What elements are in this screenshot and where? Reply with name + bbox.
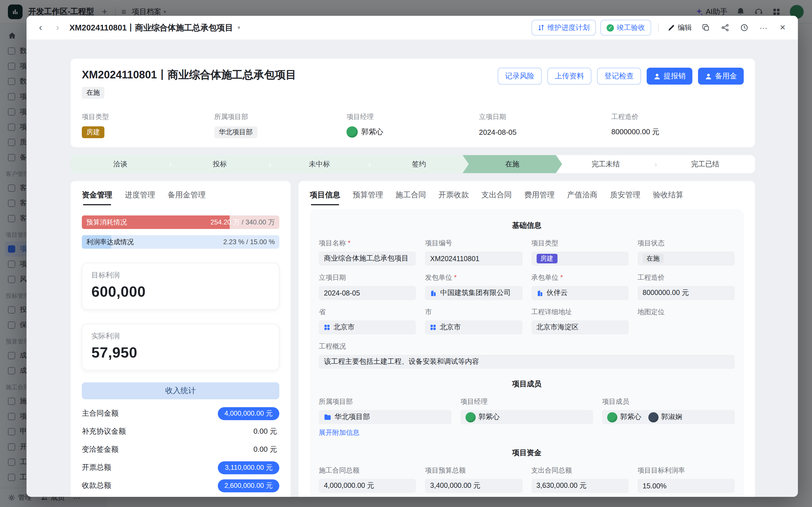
field-project-status: 项目状态 在施 [638, 238, 735, 266]
department-value[interactable]: 华北项目部 [319, 410, 451, 424]
avatar [466, 412, 476, 422]
title-chevron-down-icon[interactable]: ▾ [237, 25, 240, 31]
project-type-tag: 房建 [82, 126, 104, 138]
step-signed[interactable]: 签约 [369, 155, 469, 173]
project-status-tag: 在施 [643, 254, 664, 263]
section-basic-info: 基础信息 [319, 221, 735, 231]
step-bidding[interactable]: 投标 [170, 155, 270, 173]
funds-grid: 施工合同总额 4,000,000.00 元 项目预算总额 3,400,000.0… [319, 466, 735, 497]
avatar [346, 126, 358, 137]
step-negotiation[interactable]: 洽谈 [70, 155, 170, 173]
tab-fee-management[interactable]: 费用管理 [524, 190, 555, 205]
tab-funds-management[interactable]: 资金管理 [82, 190, 112, 205]
project-status-badge: 在施 [82, 87, 104, 99]
step-not-won[interactable]: 未中标 [270, 155, 369, 173]
field-start-date: 立项日期 2024-08-05 [479, 112, 611, 138]
more-icon[interactable]: ··· [756, 20, 771, 35]
row-change-negotiation: 变洽签金额 0.00 元 [82, 441, 279, 458]
province-value[interactable]: 北京市 [319, 320, 416, 334]
modal-header: ‹ › XM2024110801丨商业综合体施工总承包项目 ▾ 维护进度计划 ✓… [26, 16, 798, 40]
construction-contract-total-value[interactable]: 4,000,000.00 元 [319, 479, 416, 493]
income-statistics-button[interactable]: 收入统计 [82, 382, 279, 399]
field-project-type: 项目类型 房建 [82, 112, 214, 138]
field-project-manager: 项目经理 郭紫心 [461, 397, 593, 438]
info-tabs: 项目信息 预算管理 施工合同 开票收款 支出合同 费用管理 产值洽商 质安管理 … [310, 190, 744, 205]
budget-consumption-bar: 预算消耗情况 254.20 万 / 340.00 万 [82, 215, 279, 229]
target-profit-rate-value[interactable]: 15.00% [638, 479, 735, 493]
start-date-value[interactable]: 2024-08-05 [319, 286, 416, 300]
row-invoice-total: 开票总额 3,110,000.00 元 [82, 458, 279, 476]
project-type-tag: 房建 [536, 254, 557, 263]
basic-info-grid: 项目名称 商业综合体施工总承包项目 项目编号 XM2024110801 项目类型… [319, 238, 735, 369]
step-in-construction[interactable]: 在施 [463, 155, 562, 173]
completion-acceptance-button[interactable]: ✓ 竣工验收 [600, 20, 651, 36]
forward-arrow-icon[interactable]: › [51, 21, 64, 34]
building-icon [536, 290, 543, 296]
contractor-unit-value[interactable]: 伙伴云 [531, 286, 629, 300]
row-main-contract: 主合同金额 4,000,000.00 元 [82, 404, 279, 422]
amount-pill: 4,000,000.00 元 [218, 407, 279, 420]
field-expense-contract-total: 支出合同总额 3,630,000.00 元 [531, 466, 629, 493]
city-value[interactable]: 北京市 [425, 320, 523, 334]
project-overview-value[interactable]: 该工程主要包括土建工程、设备安装和调试等内容 [319, 355, 735, 369]
tab-progress-management[interactable]: 进度管理 [125, 190, 155, 205]
region-grid-icon [430, 324, 436, 331]
budget-total-value[interactable]: 3,400,000.00 元 [425, 479, 523, 493]
reserve-fund-button[interactable]: 备用金 [698, 68, 744, 84]
member-chip: 郭淑娴 [648, 412, 682, 422]
tab-reserve-management[interactable]: 备用金管理 [168, 190, 206, 205]
expand-extra-info-link[interactable]: 展开附加信息 [319, 428, 360, 438]
tab-quality-safety[interactable]: 质安管理 [610, 190, 641, 205]
map-location-value[interactable] [638, 320, 735, 334]
project-code-value[interactable]: XM2024110801 [425, 251, 523, 266]
tab-budget[interactable]: 预算管理 [353, 190, 383, 205]
expense-contract-total-value[interactable]: 3,630,000.00 元 [531, 479, 629, 493]
tab-output-negotiation[interactable]: 产值洽商 [567, 190, 598, 205]
history-clock-icon[interactable] [737, 20, 752, 35]
tab-acceptance-settlement[interactable]: 验收结算 [653, 190, 683, 205]
row-receipt-total: 收款总额 2,600,000.00 元 [82, 476, 279, 495]
detailed-address-value[interactable]: 北京市海淀区 [531, 320, 629, 334]
actual-profit-value: 57,950 [92, 344, 270, 361]
tab-construction-contract[interactable]: 施工合同 [395, 190, 426, 205]
project-status-value[interactable]: 在施 [638, 251, 735, 266]
upload-file-button[interactable]: 上传资料 [547, 68, 591, 84]
project-type-value[interactable]: 房建 [531, 251, 629, 266]
copy-icon[interactable] [699, 20, 713, 35]
field-province: 省 北京市 [319, 307, 416, 334]
register-inspection-button[interactable]: 登记检查 [597, 68, 641, 84]
tab-project-info[interactable]: 项目信息 [310, 190, 340, 205]
tab-expense-contract[interactable]: 支出合同 [481, 190, 512, 205]
summary-fields: 项目类型 房建 所属项目部 华北项目部 项目经理 郭紫心 立项日期 2024-0… [82, 112, 744, 138]
amount-pill: 3,110,000.00 元 [218, 461, 279, 474]
profit-rate-bar: 利润率达成情况 2.23 % / 15.00 % [82, 235, 279, 249]
avatar [607, 412, 617, 422]
modal-title: XM2024110801丨商业综合体施工总承包项目 [69, 22, 233, 33]
back-arrow-icon[interactable]: ‹ [35, 21, 47, 34]
project-manager-value[interactable]: 郭紫心 [461, 410, 593, 424]
field-project-members: 项目成员 郭紫心 郭淑娴 [602, 397, 735, 438]
project-cost-value[interactable]: 8000000.00 元 [638, 286, 735, 300]
project-name-value[interactable]: 商业综合体施工总承包项目 [319, 251, 416, 266]
avatar [648, 412, 658, 422]
share-icon[interactable] [718, 20, 733, 35]
pencil-icon [667, 24, 675, 31]
member-chip: 郭紫心 [466, 412, 500, 422]
project-members-value[interactable]: 郭紫心 郭淑娴 [602, 410, 735, 424]
record-risk-button[interactable]: 记录风险 [498, 68, 542, 84]
section-project-funds: 项目资金 [319, 448, 735, 458]
edit-button[interactable]: 编辑 [665, 20, 694, 35]
tab-invoice-receipt[interactable]: 开票收款 [438, 190, 469, 205]
step-finished-unsettled[interactable]: 完工未结 [556, 155, 655, 173]
owner-unit-value[interactable]: 中国建筑集团有限公司 [425, 286, 523, 300]
person-icon [653, 72, 661, 80]
step-finished-settled[interactable]: 完工已结 [655, 155, 755, 173]
field-project-name: 项目名称 商业综合体施工总承包项目 [319, 238, 416, 266]
field-city: 市 北京市 [425, 307, 523, 334]
submit-expense-button[interactable]: 提报销 [647, 68, 692, 84]
header-divider [658, 23, 658, 32]
members-grid: 所属项目部 华北项目部 展开附加信息 项目经理 [319, 397, 735, 438]
maintain-schedule-button[interactable]: 维护进度计划 [532, 20, 596, 36]
close-icon[interactable]: × [775, 20, 790, 35]
section-project-members: 项目成员 [319, 379, 735, 389]
